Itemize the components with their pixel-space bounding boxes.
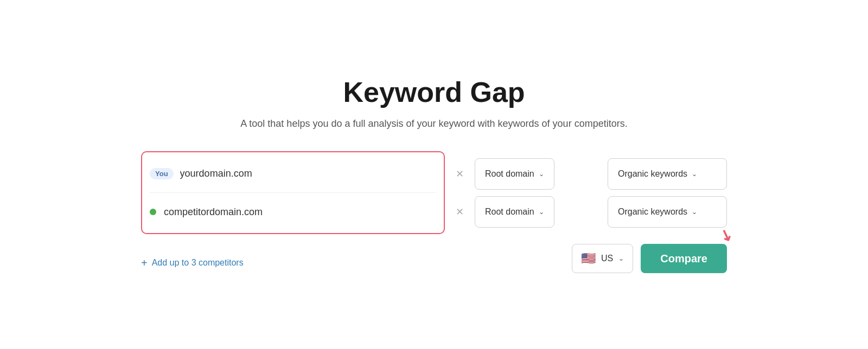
row-divider — [150, 192, 436, 193]
compare-label: Compare — [660, 253, 707, 264]
bottom-row: + Add up to 3 competitors 🇺🇸 US ⌄ Compar… — [141, 244, 727, 273]
clear-your-domain-button[interactable]: ✕ — [451, 166, 468, 182]
your-domain-input-wrapper: You — [150, 158, 436, 189]
main-container: Keyword Gap A tool that helps you do a f… — [108, 54, 760, 295]
flag-icon: 🇺🇸 — [581, 251, 596, 266]
country-selector-button[interactable]: 🇺🇸 US ⌄ — [572, 244, 633, 273]
chevron-down-icon-3: ⌄ — [692, 170, 697, 178]
competitor-domain-input[interactable] — [164, 206, 436, 218]
add-competitors-label: Add up to 3 competitors — [152, 258, 244, 268]
country-label: US — [601, 254, 613, 263]
you-badge: You — [150, 168, 174, 179]
competitor-domain-input-wrapper — [150, 196, 436, 228]
clear-competitor-domain-button[interactable]: ✕ — [451, 204, 468, 220]
chevron-down-icon-5: ⌄ — [618, 255, 624, 262]
root-domain-dropdown-2[interactable]: Root domain ⌄ — [475, 196, 554, 228]
root-domain-label-2: Root domain — [485, 207, 534, 217]
add-competitors-button[interactable]: + Add up to 3 competitors — [141, 257, 244, 269]
competitor-domain-row — [150, 196, 436, 228]
your-domain-row: You — [150, 158, 436, 189]
chevron-down-icon-1: ⌄ — [539, 170, 544, 178]
competitor-domain-controls: ✕ Root domain ⌄ — [451, 196, 601, 228]
root-domain-label-1: Root domain — [485, 169, 534, 179]
chevron-down-icon-4: ⌄ — [692, 208, 697, 216]
your-domain-input[interactable] — [180, 168, 436, 179]
page-title: Keyword Gap — [343, 76, 525, 108]
page-subtitle: A tool that helps you do a full analysis… — [240, 118, 627, 130]
competitor-dot-icon — [150, 209, 156, 215]
root-domain-dropdown-1[interactable]: Root domain ⌄ — [475, 158, 554, 190]
organic-keywords-dropdown-1[interactable]: Organic keywords ⌄ — [608, 158, 727, 190]
highlighted-input-box: You — [141, 151, 445, 234]
middle-controls: ✕ Root domain ⌄ ✕ Root domain ⌄ — [451, 151, 601, 234]
right-actions: 🇺🇸 US ⌄ Compare ↘ — [572, 244, 727, 273]
organic-keywords-label-1: Organic keywords — [618, 169, 687, 179]
chevron-down-icon-2: ⌄ — [539, 208, 544, 216]
organic-keywords-dropdown-2[interactable]: Organic keywords ⌄ — [608, 196, 727, 228]
compare-button[interactable]: Compare ↘ — [641, 244, 727, 273]
add-plus-icon: + — [141, 257, 148, 269]
organic-keywords-label-2: Organic keywords — [618, 207, 687, 217]
form-section: You ✕ — [141, 151, 727, 273]
your-domain-controls: ✕ Root domain ⌄ — [451, 158, 601, 190]
right-dropdowns: Organic keywords ⌄ Organic keywords ⌄ — [608, 151, 727, 234]
rows-container: You ✕ — [141, 151, 727, 234]
